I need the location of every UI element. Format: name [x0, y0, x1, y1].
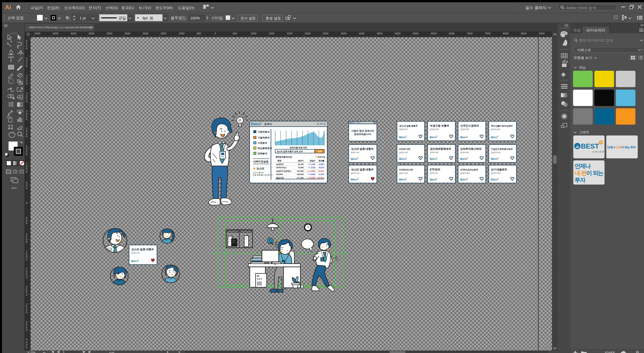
svg-text:500: 500 — [196, 32, 201, 35]
svg-text:조건저장: 조건저장 — [317, 156, 325, 158]
svg-text:종목: 종목 — [277, 160, 281, 162]
svg-text:BEST: BEST — [353, 158, 358, 160]
svg-text:검색식 #13: 검색식 #13 — [491, 172, 500, 174]
svg-text:0: 0 — [26, 276, 27, 279]
svg-text:0: 0 — [26, 258, 27, 261]
svg-text:검색식 #7: 검색식 #7 — [430, 172, 438, 174]
svg-text:0: 0 — [215, 32, 216, 35]
svg-text:코스피: 코스피 — [256, 167, 264, 170]
svg-text:검색식: 검색식 — [264, 122, 272, 125]
svg-text:예상종목검색: 예상종목검색 — [258, 147, 272, 150]
svg-text:코스피 종목의: 코스피 종목의 — [253, 172, 264, 173]
svg-text:검색식 #1: 검색식 #1 — [351, 151, 359, 154]
svg-text:시세분석: 시세분석 — [258, 142, 267, 144]
svg-text:등락률: 등락률 — [319, 160, 325, 162]
svg-text:5000: 5000 — [395, 32, 401, 35]
svg-text:검색식 #4: 검색식 #4 — [399, 172, 408, 174]
svg-text:146,000: 146,000 — [297, 173, 304, 175]
svg-text:NAVER: NAVER — [276, 173, 283, 175]
svg-text:BEST: BEST — [432, 136, 437, 138]
svg-text:0: 0 — [26, 47, 27, 50]
svg-text:BEST: BEST — [493, 179, 498, 181]
svg-text:이 베스트투자증권: 이 베스트투자증권 — [592, 151, 605, 153]
svg-text:BEST: BEST — [254, 123, 262, 126]
svg-text:500: 500 — [233, 32, 237, 35]
svg-text:주식선물기초자산제외: 주식선물기초자산제외 — [491, 125, 513, 127]
svg-text:0: 0 — [26, 187, 27, 190]
svg-text:3: 3 — [63, 351, 64, 353]
svg-text:▼ 8,000: ▼ 8,000 — [308, 173, 315, 175]
svg-text:BEST: BEST — [432, 158, 437, 160]
svg-text:0: 0 — [26, 65, 27, 68]
svg-text:0: 0 — [26, 240, 27, 243]
svg-text:0: 0 — [26, 170, 27, 173]
svg-text:검색식 #3: 검색식 #3 — [399, 151, 408, 154]
svg-text:0: 0 — [26, 328, 27, 331]
svg-text:BEST: BEST — [133, 260, 139, 262]
svg-text:2000: 2000 — [287, 32, 293, 35]
svg-text:0: 0 — [26, 293, 27, 296]
svg-text:3500: 3500 — [89, 32, 95, 35]
svg-text:0: 0 — [26, 100, 27, 103]
svg-text:▲ 25,000: ▲ 25,000 — [307, 177, 315, 179]
svg-text:BEST: BEST — [351, 122, 355, 123]
svg-text:8000: 8000 — [503, 32, 509, 35]
svg-text:검색식 #5: 검색식 #5 — [430, 128, 438, 130]
svg-text:9000: 9000 — [539, 32, 545, 35]
svg-text:검색식 #9: 검색식 #9 — [460, 151, 469, 154]
svg-text:7500: 7500 — [485, 32, 491, 35]
svg-text:선택지표설명: 선택지표설명 — [253, 160, 268, 163]
svg-text:KOSPI 200: KOSPI 200 — [399, 148, 410, 150]
svg-text:검색식 #8: 검색식 #8 — [460, 128, 469, 130]
svg-text:1500: 1500 — [160, 32, 167, 35]
svg-text:검색식 #1: 검색식 #1 — [351, 172, 359, 174]
svg-text:5500: 5500 — [413, 32, 419, 35]
svg-text:BEST: BEST — [581, 143, 599, 150]
svg-text:BEST: BEST — [462, 179, 468, 181]
svg-text:완성되었습니다.: 완성되었습니다. — [354, 133, 371, 135]
svg-text:▼ 2,250: ▼ 2,250 — [308, 163, 315, 165]
svg-text:♣: ♣ — [561, 70, 566, 78]
svg-text:삼성바이오로직스: 삼성바이오로직스 — [276, 170, 292, 172]
svg-text:▼ 4,200: ▼ 4,200 — [308, 166, 315, 169]
svg-text:4500: 4500 — [53, 32, 59, 35]
svg-text:기술적분석: 기술적분석 — [258, 136, 270, 139]
svg-text:8500: 8500 — [521, 32, 527, 35]
svg-text:43,150: 43,150 — [298, 163, 304, 165]
svg-text:BEST: BEST — [462, 158, 468, 160]
svg-text:BEST: BEST — [353, 179, 358, 181]
svg-text:검색식 #11: 검색식 #11 — [491, 128, 500, 130]
svg-text:5000: 5000 — [34, 32, 41, 35]
svg-text:코스피 업종 대형주 상위 순차: 코스피 업종 대형주 상위 순차 — [276, 150, 303, 153]
svg-text:▲ 12,500: ▲ 12,500 — [307, 170, 315, 172]
svg-text:검색: 검색 — [317, 150, 322, 153]
svg-text:2500: 2500 — [305, 32, 311, 35]
svg-text:BEST: BEST — [493, 158, 498, 160]
svg-text:3000: 3000 — [323, 32, 329, 35]
svg-text:0: 0 — [26, 82, 27, 85]
svg-text:442,500: 442,500 — [297, 170, 304, 172]
svg-text:현재가: 현재가 — [298, 160, 304, 162]
svg-text:신주인수권제외: 신주인수권제외 — [460, 124, 479, 127]
svg-text:BEST: BEST — [401, 136, 407, 138]
svg-text:3500: 3500 — [341, 32, 347, 35]
svg-text:검색식: 검색식 — [356, 122, 361, 123]
svg-text:코스피 업종 대형주: 코스피 업종 대형주 — [351, 147, 374, 150]
svg-text:4500: 4500 — [377, 32, 383, 35]
svg-text:업종 분류별로 검색합니다.: 업종 분류별로 검색합니다. — [253, 174, 273, 176]
svg-text:2500: 2500 — [125, 32, 131, 35]
svg-text:1000: 1000 — [179, 32, 185, 35]
svg-text:0: 0 — [26, 201, 27, 204]
svg-text:+16.39%: +16.39% — [317, 177, 324, 179]
svg-text:KOSDAQ 100: KOSDAQ 100 — [399, 168, 413, 171]
svg-text:BEST: BEST — [462, 136, 468, 138]
svg-text:0: 0 — [26, 135, 27, 138]
svg-text:-4.96%: -4.96% — [318, 163, 324, 165]
svg-text:기본적분석: 기본적분석 — [258, 130, 270, 133]
svg-text:70,600: 70,600 — [298, 166, 304, 169]
svg-text:셀트리온: 셀트리온 — [276, 177, 284, 179]
svg-text:기업인수목적회사제외: 기업인수목적회사제외 — [491, 148, 513, 150]
svg-text:0: 0 — [26, 346, 27, 349]
svg-text:코스피 업종 대형주: 코스피 업종 대형주 — [351, 168, 374, 171]
svg-text:BEST: BEST — [493, 136, 498, 138]
